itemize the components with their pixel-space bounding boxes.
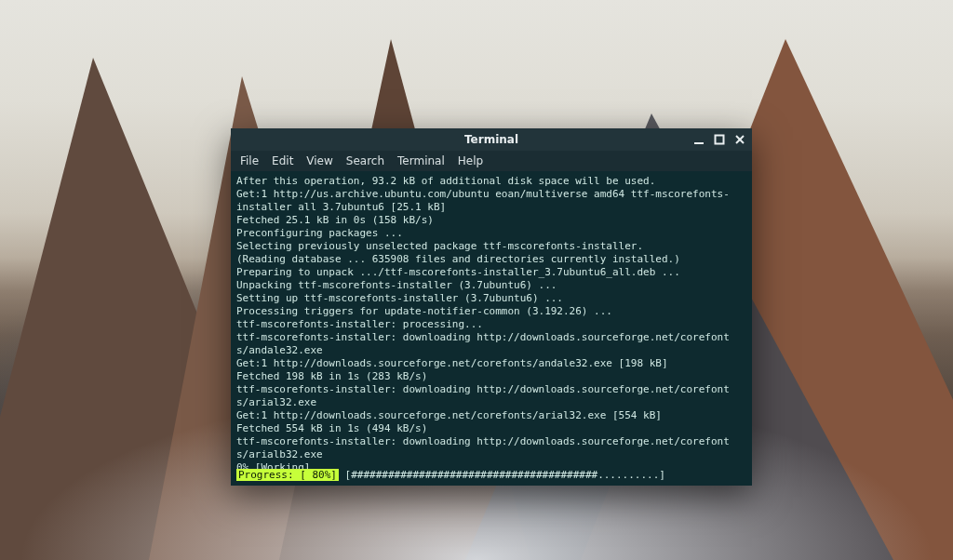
maximize-button[interactable] [713, 133, 726, 146]
close-button[interactable] [733, 133, 746, 146]
menubar: File Edit View Search Terminal Help [231, 151, 752, 171]
terminal-line: Fetched 25.1 kB in 0s (158 kB/s) [236, 214, 746, 227]
menu-file[interactable]: File [240, 154, 259, 167]
menu-terminal[interactable]: Terminal [397, 154, 445, 167]
window-controls [692, 128, 746, 151]
close-icon [734, 134, 745, 145]
apt-progress-label: Progress: [ 80%] [236, 469, 339, 481]
minimize-button[interactable] [692, 133, 705, 146]
terminal-line: Selecting previously unselected package … [236, 240, 746, 253]
terminal-line: Preparing to unpack .../ttf-mscorefonts-… [236, 266, 746, 279]
terminal-line: installer all 3.7ubuntu6 [25.1 kB] [236, 201, 746, 214]
terminal-line: Preconfiguring packages ... [236, 227, 746, 240]
menu-edit[interactable]: Edit [272, 154, 293, 167]
terminal-line: s/arialb32.exe [236, 448, 746, 461]
terminal-line: Fetched 554 kB in 1s (494 kB/s) [236, 422, 746, 435]
apt-progress-bracket-close: ] [659, 469, 665, 481]
maximize-icon [714, 134, 725, 145]
menu-view[interactable]: View [306, 154, 332, 167]
terminal-line: Unpacking ttf-mscorefonts-installer (3.7… [236, 279, 746, 292]
menu-help[interactable]: Help [458, 154, 483, 167]
terminal-line: ttf-mscorefonts-installer: downloading h… [236, 435, 746, 448]
terminal-line: Get:1 http://us.archive.ubuntu.com/ubunt… [236, 188, 746, 201]
terminal-line: s/arial32.exe [236, 396, 746, 409]
minimize-icon [693, 134, 705, 145]
terminal-output[interactable]: After this operation, 93.2 kB of additio… [231, 171, 752, 486]
svg-rect-1 [716, 136, 724, 144]
terminal-line: ttf-mscorefonts-installer: downloading h… [236, 331, 746, 344]
terminal-line: Setting up ttf-mscorefonts-installer (3.… [236, 292, 746, 305]
terminal-line: ttf-mscorefonts-installer: processing... [236, 318, 746, 331]
terminal-line: After this operation, 93.2 kB of additio… [236, 175, 746, 188]
terminal-line: (Reading database ... 635908 files and d… [236, 253, 746, 266]
apt-progress-bracket-open: [ [339, 469, 351, 481]
terminal-line: Processing triggers for update-notifier-… [236, 305, 746, 318]
terminal-line: Fetched 198 kB in 1s (283 kB/s) [236, 370, 746, 383]
apt-progress-bar-empty: .......... [597, 469, 659, 481]
terminal-line: s/andale32.exe [236, 344, 746, 357]
apt-progress-line: Progress: [ 80%] [######################… [236, 469, 746, 482]
menu-search[interactable]: Search [346, 154, 384, 167]
window-titlebar[interactable]: Terminal [231, 128, 752, 151]
terminal-line: Get:1 http://downloads.sourceforge.net/c… [236, 357, 746, 370]
terminal-window: Terminal File Edit View Search Terminal … [231, 128, 752, 486]
terminal-line: Get:1 http://downloads.sourceforge.net/c… [236, 409, 746, 422]
terminal-line: ttf-mscorefonts-installer: downloading h… [236, 383, 746, 396]
window-title: Terminal [464, 133, 518, 146]
apt-progress-bar-filled: ######################################## [351, 469, 597, 481]
